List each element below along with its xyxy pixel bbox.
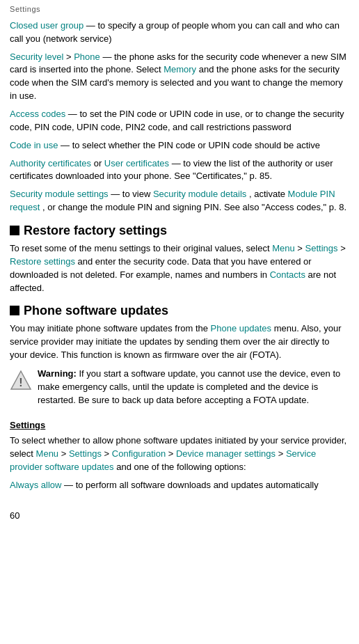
warning-text: Warning: If you start a software update,… [38,368,349,407]
header-title: Settings [10,5,40,13]
phone-updates-heading-title: Phone software updates [24,301,168,320]
phone-link: Phone [74,52,100,62]
restore-settings-link: Settings [305,243,338,253]
restore-bullet-icon [10,226,19,235]
closed-user-group-para: Closed user group — to specify a group o… [10,19,349,46]
warning-box: ! Warning: If you start a software updat… [10,368,349,412]
phone-updates-bullet-icon [10,306,19,315]
memory-link: Memory [163,64,196,74]
restore-heading-title: Restore factory settings [24,221,167,239]
page-number: 60 [0,507,359,526]
phone-updates-body: You may initiate phone software updates … [10,322,349,362]
warning-icon: ! [10,369,32,391]
access-codes-link: Access codes [10,109,65,119]
restore-body: To reset some of the menu settings to th… [10,242,349,294]
security-level-link: Security level [10,52,63,62]
security-level-para: Security level > Phone — the phone asks … [10,51,349,103]
code-in-use-link: Code in use [10,140,58,150]
code-in-use-para: Code in use — to select whether the PIN … [10,139,349,152]
security-module-settings-link: Security module settings [10,189,109,199]
access-codes-para: Access codes — to set the PIN code or UP… [10,108,349,134]
svg-text:!: ! [19,377,22,388]
always-allow-link: Always allow [10,480,61,490]
warning-label: Warning: [38,368,77,379]
settings-settings-link: Settings [69,448,102,459]
settings-subsection-title: Settings [10,420,45,430]
security-module-details-link: Security module details [153,189,246,199]
restore-restore-link: Restore settings [10,256,75,267]
always-allow-option: Always allow — to perform all software d… [10,479,349,492]
closed-user-group-link: Closed user group [10,20,83,31]
restore-section-heading: Restore factory settings [10,221,349,239]
user-certificates-link: User certificates [104,158,169,168]
restore-contacts-link: Contacts [270,269,305,280]
restore-menu-link: Menu [272,243,295,253]
settings-subsection-body: To select whether to allow phone softwar… [10,434,349,474]
settings-subsection-heading: Settings [10,419,349,432]
settings-menu-link: Menu [36,448,59,459]
phone-updates-link: Phone updates [211,323,271,333]
authority-certificates-para: Authority certificates or User certifica… [10,157,349,184]
phone-updates-section-heading: Phone software updates [10,301,349,320]
settings-device-manager-link: Device manager settings [176,448,276,459]
authority-certificates-link: Authority certificates [10,158,91,168]
settings-configuration-link: Configuration [112,448,166,459]
page-header: Settings [0,0,359,17]
security-module-settings-para: Security module settings — to view Secur… [10,188,349,214]
